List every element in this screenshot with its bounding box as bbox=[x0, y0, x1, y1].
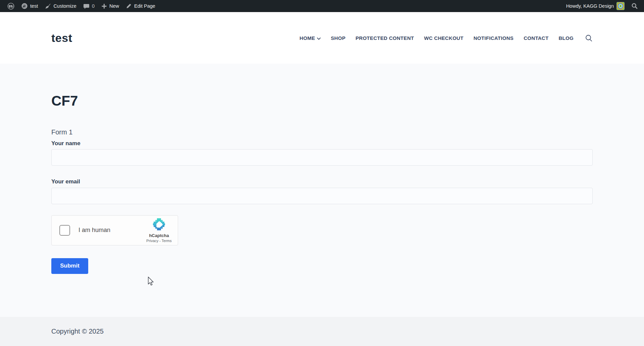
cf7-form: Form 1 Your name Your email I am human bbox=[51, 129, 593, 274]
hcaptcha-name: hCaptcha bbox=[149, 233, 169, 238]
privacy-link[interactable]: Privacy bbox=[146, 239, 158, 243]
terms-link[interactable]: Terms bbox=[162, 239, 172, 243]
admin-bar-comments[interactable]: 0 bbox=[80, 0, 98, 12]
site-footer: Copyright © 2025 bbox=[0, 317, 644, 346]
site-header: test HOME SHOP PROTECTED CONTENT WC CHEC… bbox=[0, 12, 644, 64]
copyright-text: Copyright © 2025 bbox=[51, 328, 104, 335]
chevron-down-icon bbox=[317, 35, 321, 41]
admin-bar-customize[interactable]: Customize bbox=[41, 0, 80, 12]
wp-admin-bar: test Customize 0 bbox=[0, 0, 644, 12]
admin-bar-new[interactable]: New bbox=[98, 0, 122, 12]
howdy-text: Howdy, KAGG Design bbox=[566, 3, 614, 9]
admin-bar-search[interactable] bbox=[627, 0, 640, 12]
dashboard-gauge-icon bbox=[21, 3, 28, 9]
edit-page-label: Edit Page bbox=[134, 3, 155, 9]
comments-count: 0 bbox=[92, 3, 95, 9]
hcaptcha-links: Privacy - Terms bbox=[146, 239, 172, 243]
search-icon bbox=[631, 3, 638, 9]
nav-item-shop[interactable]: SHOP bbox=[331, 35, 345, 41]
paintbrush-icon bbox=[45, 3, 51, 9]
hcaptcha-logo-icon bbox=[152, 218, 166, 232]
pencil-icon bbox=[126, 3, 132, 9]
nav-item-blog[interactable]: BLOG bbox=[558, 35, 574, 41]
hcaptcha-brand: hCaptcha Privacy - Terms bbox=[144, 218, 174, 243]
main-navigation: HOME SHOP PROTECTED CONTENT WC CHECKOUT … bbox=[300, 34, 593, 42]
wordpress-logo-icon bbox=[7, 3, 14, 10]
your-email-label: Your email bbox=[51, 178, 593, 185]
new-label: New bbox=[109, 3, 119, 9]
main-content: CF7 Form 1 Your name Your email I am hum… bbox=[0, 64, 644, 317]
admin-bar-my-account[interactable]: Howdy, KAGG Design bbox=[564, 0, 627, 12]
site-title[interactable]: test bbox=[51, 32, 72, 45]
nav-item-notifications[interactable]: NOTIFICATIONS bbox=[474, 35, 514, 41]
wp-logo-menu[interactable] bbox=[4, 0, 18, 12]
your-email-input[interactable] bbox=[51, 188, 593, 204]
comment-bubble-icon bbox=[83, 3, 90, 9]
your-name-input[interactable] bbox=[51, 149, 593, 166]
nav-item-wc-checkout[interactable]: WC CHECKOUT bbox=[424, 35, 463, 41]
nav-item-contact[interactable]: CONTACT bbox=[524, 35, 548, 41]
search-icon bbox=[585, 34, 593, 42]
nav-item-home[interactable]: HOME bbox=[300, 35, 321, 41]
header-search-button[interactable] bbox=[585, 34, 593, 42]
hcaptcha-label: I am human bbox=[78, 227, 144, 234]
submit-button[interactable]: Submit bbox=[51, 258, 88, 274]
nav-item-protected-content[interactable]: PROTECTED CONTENT bbox=[356, 35, 414, 41]
admin-bar-site-menu[interactable]: test bbox=[18, 0, 41, 12]
admin-bar-edit-page[interactable]: Edit Page bbox=[122, 0, 159, 12]
page-title: CF7 bbox=[51, 64, 593, 108]
admin-bar-site-name: test bbox=[30, 3, 38, 9]
customize-label: Customize bbox=[53, 3, 76, 9]
form-name: Form 1 bbox=[51, 129, 593, 135]
user-avatar bbox=[616, 2, 625, 10]
your-name-label: Your name bbox=[51, 140, 593, 147]
hcaptcha-widget: I am human bbox=[51, 215, 178, 245]
hcaptcha-checkbox[interactable] bbox=[59, 225, 70, 236]
plus-icon bbox=[101, 3, 107, 9]
